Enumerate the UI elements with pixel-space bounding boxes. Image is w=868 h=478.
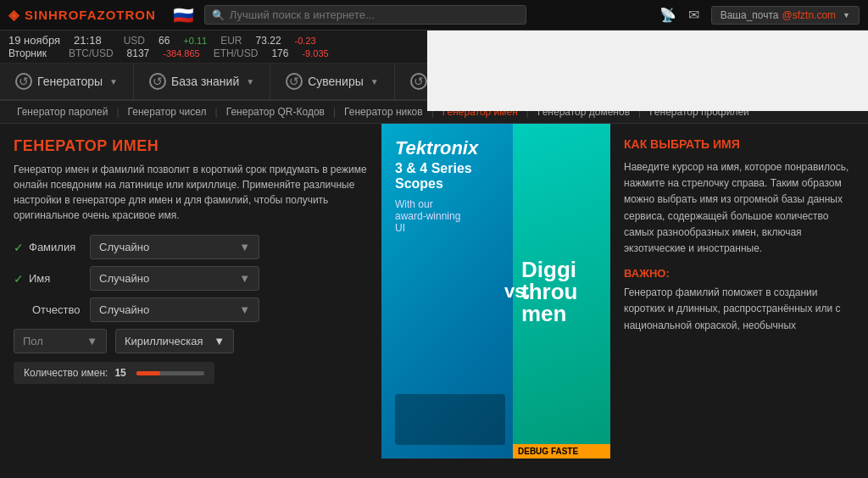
nav-knowledge[interactable]: База знаний ▼ — [134, 64, 270, 99]
imya-select[interactable]: Случайно ▼ — [90, 266, 259, 291]
quantity-slider-fill — [136, 371, 160, 375]
search-icon: 🔍 — [212, 9, 225, 21]
ticker-ethusd-val: 176 — [271, 47, 288, 59]
familiya-check-icon: ✓ — [14, 241, 24, 254]
nav-generators[interactable]: Генераторы ▼ — [0, 64, 134, 99]
flag-icon: 🇷🇺 — [173, 5, 194, 25]
section-desc: Генератор имен и фамилий позволит в коро… — [14, 162, 368, 223]
ad-debug-bar: DEBUG FASTE — [513, 444, 610, 459]
otchestvo-label: Отчество — [14, 303, 81, 316]
ticker-usd-label: USD — [124, 35, 145, 47]
nav-generators-label: Генераторы — [37, 75, 103, 88]
ticker-ethusd-change: -9.035 — [302, 48, 328, 58]
email-label: Ваша_почта — [721, 9, 779, 21]
otchestvo-arrow: ▼ — [239, 303, 250, 316]
email-button[interactable]: Ваша_почта@sfztn.com ▼ — [711, 6, 860, 25]
main-content: ГЕНЕРАТОР ИМЕН Генератор имен и фамилий … — [0, 124, 868, 459]
email-domain: @sfztn.com — [782, 9, 837, 21]
bottom-row: Пол ▼ Кириллическая ▼ — [14, 329, 368, 353]
ticker-day: Вторник — [8, 47, 47, 59]
familiya-label: Фамилия — [29, 241, 75, 253]
ad-panel[interactable]: Tektronix 3 & 4 Series Scopes With our a… — [381, 124, 610, 459]
ad-line4: award-winning — [395, 210, 460, 222]
familiya-row: ✓ Фамилия Случайно ▼ — [14, 235, 368, 259]
quantity-slider[interactable] — [136, 371, 204, 375]
imya-checkbox[interactable]: ✓ Имя — [14, 272, 81, 286]
ticker-eur-label: EUR — [220, 35, 242, 47]
imya-arrow: ▼ — [239, 272, 250, 285]
header: ◈ SINHROFAZOTRON 🇷🇺 🔍 📡 ✉ Ваша_почта@sfz… — [0, 0, 868, 31]
imya-value: Случайно — [99, 272, 149, 285]
otchestvo-value: Случайно — [99, 303, 149, 316]
ad-content: Tektronix 3 & 4 Series Scopes With our a… — [381, 124, 610, 459]
ticker-time: 21:18 — [74, 34, 102, 47]
nav-souvenirs[interactable]: Сувениры ▼ — [270, 64, 394, 99]
search-input[interactable] — [230, 8, 519, 21]
ad-right1: Diggi — [521, 258, 576, 281]
ad-line3: With our — [395, 198, 433, 210]
language-value: Кириллическая — [125, 335, 203, 347]
subnav-numbers[interactable]: Генератор чисел — [120, 106, 215, 118]
ticker-btcusd-change: -384.865 — [163, 48, 199, 58]
subnav-nicks[interactable]: Генератор ников — [336, 106, 431, 118]
otchestvo-select[interactable]: Случайно ▼ — [90, 297, 259, 322]
ticker-area: 19 ноября 21:18 USD 66 +0.11 EUR 73.22 -… — [0, 31, 868, 64]
gender-placeholder: Пол — [23, 335, 43, 347]
nav-knowledge-label: База знаний — [171, 75, 239, 88]
dropdown-arrow: ▼ — [843, 11, 850, 19]
gender-arrow: ▼ — [86, 335, 97, 347]
familiya-arrow: ▼ — [239, 241, 250, 253]
ticker-eur-val: 73.22 — [256, 35, 281, 47]
ad-scope-image — [395, 394, 505, 445]
imya-check-icon: ✓ — [14, 272, 24, 286]
right-desc: Наведите курсор на имя, которое понравил… — [624, 159, 854, 257]
gender-select[interactable]: Пол ▼ — [14, 329, 107, 353]
otchestvo-row: Отчество Случайно ▼ — [14, 297, 368, 322]
logo-text: SINHROFAZOTRON — [25, 8, 156, 22]
familiya-value: Случайно — [99, 241, 149, 253]
quantity-row: Количество имен: 15 — [14, 362, 214, 384]
language-arrow: ▼ — [214, 335, 225, 347]
imya-row: ✓ Имя Случайно ▼ — [14, 266, 368, 291]
ticker-usd-change: +0.11 — [183, 36, 207, 46]
mail-icon[interactable]: ✉ — [688, 7, 699, 23]
souvenirs-icon — [286, 73, 303, 90]
header-right: 📡 ✉ Ваша_почта@sfztn.com ▼ — [659, 6, 860, 25]
ad-logo: Tektronix — [395, 137, 478, 159]
subnav-qr[interactable]: Генератор QR-Кодов — [218, 106, 333, 118]
ticker-btcusd-label: BTC/USD — [69, 47, 114, 59]
generators-icon — [15, 73, 32, 90]
right-panel: КАК ВЫБРАТЬ ИМЯ Наведите курсор на имя, … — [610, 124, 868, 459]
nav-generators-arrow: ▼ — [109, 77, 118, 86]
subnav-passwords[interactable]: Генератор паролей — [8, 106, 116, 118]
top-banner — [427, 31, 868, 111]
familiya-select[interactable]: Случайно ▼ — [90, 235, 259, 259]
logo[interactable]: ◈ SINHROFAZOTRON — [8, 7, 156, 23]
right-title: КАК ВЫБРАТЬ ИМЯ — [624, 137, 854, 151]
ad-line5: UI — [395, 222, 405, 234]
rss-icon[interactable]: 📡 — [659, 7, 676, 23]
language-select[interactable]: Кириллическая ▼ — [115, 329, 234, 353]
ticker-btcusd-val: 8137 — [127, 47, 150, 59]
left-panel: ГЕНЕРАТОР ИМЕН Генератор имен и фамилий … — [0, 124, 381, 459]
knowledge-icon — [149, 73, 166, 90]
ad-line1: 3 & 4 Series — [395, 161, 472, 176]
familiya-checkbox[interactable]: ✓ Фамилия — [14, 241, 81, 254]
imya-label: Имя — [29, 272, 50, 285]
ticker-eur-change: -0.23 — [295, 36, 316, 46]
logo-icon: ◈ — [8, 7, 19, 23]
ad-line2: Scopes — [395, 176, 443, 192]
important-text: Генератор фамилий поможет в создании кор… — [624, 285, 854, 334]
converters-icon — [410, 73, 427, 90]
ticker-ethusd-label: ETH/USD — [214, 47, 259, 59]
section-title: ГЕНЕРАТОР ИМЕН — [14, 137, 368, 155]
ad-right3: men — [521, 303, 566, 325]
ticker-date: 19 ноября — [8, 34, 60, 47]
nav-knowledge-arrow: ▼ — [246, 77, 254, 86]
quantity-label: Количество имен: — [24, 367, 108, 379]
important-title: ВАЖНО: — [624, 267, 854, 280]
quantity-value: 15 — [114, 367, 125, 379]
nav-souvenirs-arrow: ▼ — [370, 77, 379, 86]
ad-debug-text: DEBUG FASTE — [518, 447, 578, 456]
search-bar[interactable]: 🔍 — [204, 5, 526, 25]
